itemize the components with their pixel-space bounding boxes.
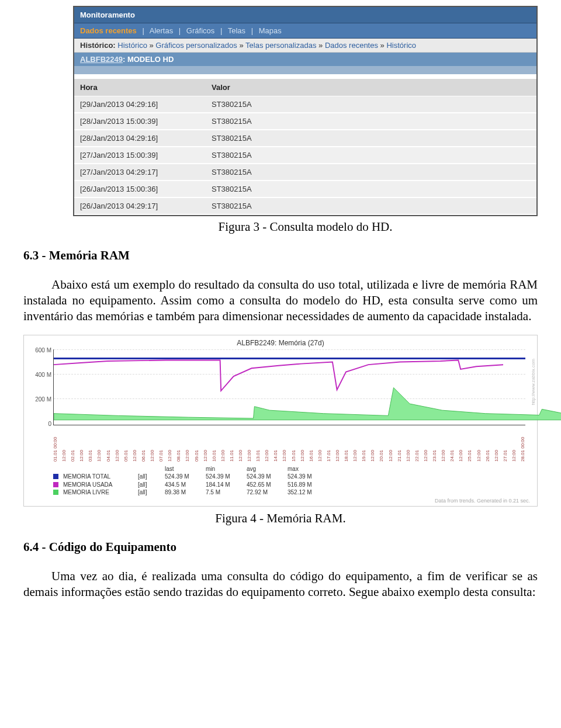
x-tick: 20.01 xyxy=(379,427,384,462)
x-tick: 25.01 xyxy=(468,427,472,462)
svg-marker-0 xyxy=(54,387,561,420)
legend-swatch xyxy=(53,490,58,495)
x-tick: 05.01 xyxy=(124,427,129,462)
legend-series-name: MEMORIA LIVRE xyxy=(63,488,133,497)
y-tick: 0 xyxy=(29,421,51,427)
cell-valor: ST380215A xyxy=(206,181,536,197)
table-row: [29/Jan/2013 04:29:16]ST380215A xyxy=(74,96,536,113)
subtab-alertas[interactable]: Alertas xyxy=(150,26,173,35)
breadcrumb-item[interactable]: Gráficos personalizados xyxy=(155,41,237,50)
cell-hora: [26/Jan/2013 15:00:36] xyxy=(74,181,206,197)
legend-max: 524.39 M xyxy=(288,473,324,481)
item-name: MODELO HD xyxy=(127,55,174,64)
breadcrumb: Histórico: Histórico » Gráficos personal… xyxy=(74,39,536,53)
breadcrumb-item[interactable]: Histórico xyxy=(117,41,147,50)
x-tick: 12:00 xyxy=(79,427,84,462)
x-tick: 12:00 xyxy=(300,427,305,462)
x-tick: 12:00 xyxy=(406,427,411,462)
cell-hora: [26/Jan/2013 04:29:17] xyxy=(74,197,206,214)
cell-valor: ST380215A xyxy=(206,96,536,113)
x-tick: 12:00 xyxy=(335,427,340,462)
legend-min: 184.14 M xyxy=(206,481,242,489)
cell-valor: ST380215A xyxy=(206,197,536,214)
legend-all: [all] xyxy=(138,481,160,489)
table-row: [27/Jan/2013 04:29:17]ST380215A xyxy=(74,164,536,181)
legend-avg: 72.92 M xyxy=(247,488,283,497)
table-row: [26/Jan/2013 15:00:36]ST380215A xyxy=(74,181,536,197)
x-tick: 12:00 xyxy=(512,427,517,462)
paragraph-6-4: Uma vez ao dia, é realizada uma consulta… xyxy=(23,568,538,600)
legend-last: 524.39 M xyxy=(165,473,201,481)
chart-footer: Data from trends. Generated in 0.21 sec. xyxy=(27,498,530,504)
subtab-graficos[interactable]: Gráficos xyxy=(186,26,214,35)
x-tick: 12:00 xyxy=(494,427,499,462)
breadcrumb-item[interactable]: Telas personalizadas xyxy=(245,41,316,50)
subtab-telas[interactable]: Telas xyxy=(228,26,245,35)
x-tick: 26.01 xyxy=(486,427,490,462)
breadcrumb-label: Histórico: xyxy=(80,41,116,50)
history-table: Hora Valor [29/Jan/2013 04:29:16]ST38021… xyxy=(74,74,536,215)
legend-row: MEMORIA TOTAL[all]524.39 M524.39 M524.39… xyxy=(53,473,528,481)
subtab-mapas[interactable]: Mapas xyxy=(259,26,282,35)
series-memoria-livre xyxy=(54,355,561,425)
cell-hora: [27/Jan/2013 04:29:17] xyxy=(74,164,206,181)
cell-valor: ST380215A xyxy=(206,113,536,130)
heading-6-3: 6.3 - Memória RAM xyxy=(23,248,538,263)
legend-header-avg: avg xyxy=(247,465,283,473)
x-tick: 03.01 xyxy=(88,427,93,462)
x-tick: 01.01 00:00 xyxy=(53,427,58,462)
x-tick: 12:00 xyxy=(265,427,269,462)
x-tick: 12:00 xyxy=(282,427,287,462)
table-row: [27/Jan/2013 15:00:39]ST380215A xyxy=(74,147,536,164)
x-tick: 16.01 xyxy=(309,427,314,462)
chart-legend: last min avg max MEMORIA TOTAL[all]524.3… xyxy=(53,465,528,497)
y-tick: 600 M xyxy=(29,347,51,353)
cell-hora: [28/Jan/2013 04:29:16] xyxy=(74,130,206,147)
legend-row: MEMORIA USADA[all]434.5 M184.14 M452.65 … xyxy=(53,481,528,489)
y-tick: 400 M xyxy=(29,372,51,378)
x-tick: 07.01 xyxy=(159,427,164,462)
x-tick: 12:00 xyxy=(115,427,120,462)
x-tick: 09.01 xyxy=(195,427,199,462)
cell-valor: ST380215A xyxy=(206,130,536,147)
legend-min: 7.5 M xyxy=(206,488,242,497)
table-row: [28/Jan/2013 15:00:39]ST380215A xyxy=(74,113,536,130)
legend-series-name: MEMORIA TOTAL xyxy=(63,473,133,481)
legend-swatch xyxy=(53,482,58,487)
breadcrumb-item[interactable]: Histórico xyxy=(386,41,416,50)
host-title-bar: ALBFB2249: MODELO HD xyxy=(74,53,536,66)
legend-header-max: max xyxy=(288,465,324,473)
main-tab[interactable]: Monitoramento xyxy=(74,7,536,23)
x-tick: 12:00 xyxy=(150,427,155,462)
x-tick: 12:00 xyxy=(221,427,226,462)
y-tick: 200 M xyxy=(29,396,51,403)
legend-last: 89.38 M xyxy=(165,488,201,497)
col-valor[interactable]: Valor xyxy=(206,77,536,96)
legend-series-name: MEMORIA USADA xyxy=(63,481,133,489)
x-tick: 12:00 xyxy=(247,427,252,462)
x-tick: 12:00 xyxy=(389,427,393,462)
x-tick: 06.01 xyxy=(141,427,146,462)
cell-hora: [29/Jan/2013 04:29:16] xyxy=(74,96,206,113)
chart-plot-area: 600 M 400 M 200 M 0 xyxy=(53,349,525,425)
figure-caption-4: Figura 4 - Memória RAM. xyxy=(23,511,538,526)
x-tick: 13.01 xyxy=(256,427,261,462)
x-tick: 12:00 xyxy=(370,427,375,462)
x-tick: 12:00 xyxy=(459,427,463,462)
zabbix-history-panel: Monitoramento Dados recentes | Alertas |… xyxy=(73,6,538,216)
x-tick: 12:00 xyxy=(318,427,323,462)
x-tick: 21.01 xyxy=(397,427,402,462)
x-tick: 19.01 xyxy=(362,427,366,462)
chart-watermark: http://www.zabbix.com xyxy=(531,359,536,405)
cell-valor: ST380215A xyxy=(206,147,536,164)
breadcrumb-item[interactable]: Dados recentes xyxy=(325,41,378,50)
chart-title: ALBFB2249: Memória (27d) xyxy=(27,339,534,347)
host-link[interactable]: ALBFB2249 xyxy=(80,55,123,64)
col-hora[interactable]: Hora xyxy=(74,77,206,96)
x-tick: 17.01 xyxy=(327,427,331,462)
legend-all: [all] xyxy=(138,488,160,497)
x-tick: 18.01 xyxy=(344,427,349,462)
subtab-dados-recentes[interactable]: Dados recentes xyxy=(80,26,137,35)
memory-chart: ALBFB2249: Memória (27d) 600 M 400 M 200… xyxy=(23,335,538,507)
x-tick: 04.01 xyxy=(106,427,111,462)
